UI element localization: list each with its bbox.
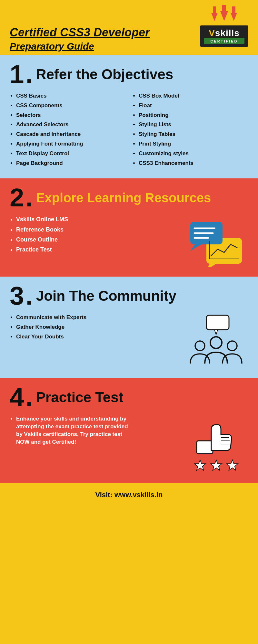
logo-container: Vskills CERTIFIED (200, 5, 248, 47)
section-3: 3 . Join The Community Communicate with … (0, 277, 258, 378)
list-item: Advanced Selectors (16, 121, 126, 128)
list-item: Clear Your Doubts (16, 333, 184, 341)
section-1-dot: . (26, 62, 33, 87)
list-item: Practice Test (16, 246, 184, 254)
list-item: Customizing styles (139, 150, 248, 157)
svg-rect-17 (197, 441, 213, 454)
list-item: Course Outline (16, 236, 184, 244)
section-2-list: Vskills Online LMS Reference Books Cours… (10, 215, 184, 256)
section-1-col2: CSS Box Model Float Positioning Styling … (132, 92, 248, 169)
logo-box: Vskills CERTIFIED (200, 25, 248, 47)
section-3-dot: . (26, 283, 33, 309)
section-3-list: Communicate with Experts Gather Knowledg… (10, 314, 184, 342)
svg-marker-1 (220, 5, 228, 21)
community-icon (187, 314, 245, 368)
header-section: Vskills CERTIFIED Certified CSS3 Develop… (0, 0, 258, 55)
list-item: Styling Tables (139, 130, 248, 138)
list-item: Cascade and Inheritance (16, 130, 126, 138)
logo-skills: skills (215, 28, 240, 38)
logo-certified: CERTIFIED (204, 38, 244, 44)
section-2-header: 2 . Explore Learning Resources (10, 185, 248, 211)
section-1-title: Refer the Objectives (36, 66, 174, 82)
list-item: Positioning (139, 111, 248, 119)
section-1-list-container: CSS Basics CSS Components Selectors Adva… (10, 92, 248, 169)
list-item: Float (139, 102, 248, 109)
section-2: 2 . Explore Learning Resources Vskills O… (0, 178, 258, 277)
section-3-number: 3 (10, 283, 24, 309)
list-item: Vskills Online LMS (16, 215, 184, 223)
list-item: CSS Components (16, 102, 126, 109)
section-4-header: 4 . Practice Test (10, 384, 248, 410)
star-icon (225, 459, 240, 473)
svg-point-14 (210, 337, 222, 348)
chat-icon (189, 215, 243, 267)
section-1-number: 1 (10, 62, 24, 87)
section-3-content: Communicate with Experts Gather Knowledg… (10, 314, 248, 368)
svg-marker-4 (206, 264, 216, 267)
thumbsup-icon-container (184, 415, 248, 473)
list-item: Print Styling (139, 140, 248, 148)
svg-marker-23 (227, 460, 238, 470)
chat-icon-container (184, 215, 248, 267)
section-2-content: Vskills Online LMS Reference Books Cours… (10, 215, 248, 267)
community-icon-container (184, 314, 248, 368)
section-2-dot: . (26, 185, 33, 211)
svg-point-15 (195, 341, 205, 351)
logo-arrows-icon (205, 5, 243, 23)
svg-marker-2 (231, 6, 237, 21)
svg-point-16 (227, 341, 237, 351)
list-item: CSS Basics (16, 92, 126, 100)
list-item: Styling Lists (139, 121, 248, 128)
star-icon (209, 459, 223, 473)
section-3-title: Join The Community (36, 288, 176, 304)
section-1: 1 . Refer the Objectives CSS Basics CSS … (0, 55, 258, 178)
section-1-col1: CSS Basics CSS Components Selectors Adva… (10, 92, 126, 169)
list-item: CSS3 Enhancements (139, 159, 248, 167)
section-4-content: Enhance your skills and understanding by… (10, 415, 248, 473)
list-item: Applying Font Formatting (16, 140, 126, 148)
section-4-number: 4 (10, 384, 24, 410)
list-item: Enhance your skills and understanding by… (16, 415, 132, 446)
section-4-title: Practice Test (36, 389, 124, 405)
list-item: Gather Knowledge (16, 323, 184, 331)
list-item: Reference Books (16, 226, 184, 234)
section-4: 4 . Practice Test Enhance your skills an… (0, 378, 258, 483)
list-item: Text Display Control (16, 150, 126, 157)
list-item: Page Background (16, 159, 126, 167)
section-2-number: 2 (10, 185, 24, 211)
section-3-header: 3 . Join The Community (10, 283, 248, 309)
section-4-list: Enhance your skills and understanding by… (10, 415, 132, 448)
section-2-title: Explore Learning Resources (36, 191, 211, 205)
logo-text: Vskills (204, 28, 244, 38)
svg-marker-0 (211, 6, 218, 21)
list-item: Communicate with Experts (16, 314, 184, 321)
svg-marker-6 (190, 244, 202, 251)
svg-marker-13 (214, 330, 218, 335)
footer-text: Visit: www.vskills.in (10, 491, 248, 499)
section-4-dot: . (26, 384, 33, 410)
list-item: CSS Box Model (139, 92, 248, 100)
svg-marker-21 (194, 460, 205, 470)
star-icon (193, 459, 207, 473)
thumbsup-icon (190, 415, 242, 457)
list-item: Selectors (16, 111, 126, 119)
footer-section: Visit: www.vskills.in (0, 483, 258, 507)
svg-rect-12 (206, 315, 229, 330)
logo-v: V (209, 28, 215, 38)
section-1-header: 1 . Refer the Objectives (10, 62, 248, 87)
svg-marker-22 (211, 460, 222, 470)
